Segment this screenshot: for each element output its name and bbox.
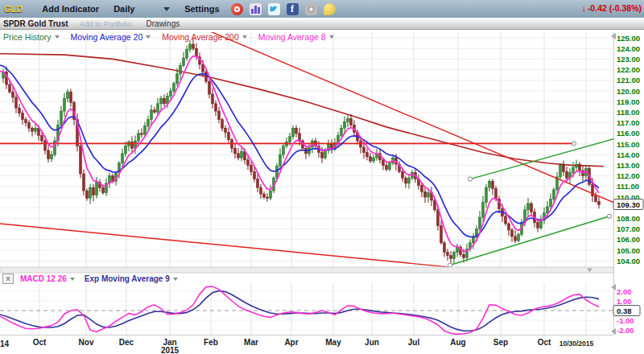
bar-chart-icon[interactable] <box>250 3 262 15</box>
legend-exp-moving-average-9[interactable]: Exp Moving Average 9 <box>85 274 178 283</box>
svg-text:125.00: 125.00 <box>617 34 640 43</box>
macd-value-badge: 0.38 <box>613 306 640 316</box>
svg-text:119.00: 119.00 <box>617 97 640 106</box>
svg-text:Mar: Mar <box>244 338 258 347</box>
gridlines <box>0 32 613 335</box>
chevron-down-icon <box>55 35 60 39</box>
symbol-subheader: SPDR Gold Trust Add to Portfolio Drawing… <box>0 18 644 30</box>
candlestick-series <box>2 39 601 264</box>
change-value: -0.42 (-0.38%) <box>588 3 642 13</box>
svg-text:-2.00: -2.00 <box>617 326 634 335</box>
svg-text:113.00: 113.00 <box>617 161 640 170</box>
chat-icon[interactable] <box>324 3 336 15</box>
chevron-down-icon <box>163 7 170 11</box>
chevron-down-icon <box>329 35 334 39</box>
svg-text:2.00: 2.00 <box>617 287 632 296</box>
svg-text:112.00: 112.00 <box>617 171 640 180</box>
instrument-title: SPDR Gold Trust <box>3 19 68 28</box>
interval-dropdown[interactable]: Daily <box>114 4 170 14</box>
chart-scrollbar[interactable] <box>0 267 613 273</box>
svg-text:120.00: 120.00 <box>617 87 640 96</box>
svg-text:104.00: 104.00 <box>617 257 640 266</box>
svg-text:14: 14 <box>0 340 10 348</box>
legend-macd[interactable]: MACD 12 26 <box>20 274 75 283</box>
svg-text:Nov: Nov <box>79 338 94 347</box>
drawings-tab[interactable]: Drawings <box>147 19 180 28</box>
price-change: ↓-0.42 (-0.38%) <box>581 3 642 13</box>
svg-text:121.00: 121.00 <box>617 76 640 84</box>
svg-text:105.00: 105.00 <box>617 246 640 255</box>
svg-text:Oct: Oct <box>33 338 47 347</box>
legend-moving-average-8[interactable]: Moving Average 8 <box>258 32 334 42</box>
svg-text:111.00: 111.00 <box>617 182 639 191</box>
macd-series <box>0 286 613 334</box>
svg-text:Feb: Feb <box>204 338 218 347</box>
svg-text:Aug: Aug <box>450 338 465 347</box>
svg-text:Oct: Oct <box>538 338 551 347</box>
legend-moving-average-200[interactable]: Moving Average 200 <box>162 32 247 42</box>
alert-icon[interactable] <box>231 3 243 15</box>
charting-application: 104.00105.00106.00107.00108.00110.00111.… <box>0 0 644 354</box>
chevron-down-icon <box>242 35 247 39</box>
symbol-label: GLD <box>4 4 23 14</box>
svg-text:10/30/2015: 10/30/2015 <box>559 340 594 348</box>
svg-text:Jul: Jul <box>408 338 420 347</box>
svg-text:117.00: 117.00 <box>617 118 640 127</box>
chevron-down-icon <box>173 278 178 281</box>
down-arrow-icon: ↓ <box>581 3 586 13</box>
svg-text:124.00: 124.00 <box>617 44 640 53</box>
add-to-portfolio-button[interactable]: Add to Portfolio <box>80 19 132 28</box>
svg-text:108.00: 108.00 <box>617 214 640 223</box>
svg-text:114.00: 114.00 <box>617 150 640 159</box>
svg-text:115.00: 115.00 <box>617 140 640 149</box>
settings-button[interactable]: Settings <box>184 4 219 14</box>
add-indicator-button[interactable]: Add Indicator <box>42 4 99 14</box>
toolbar: GLD Add Indicator Daily Settings f ↓-0.4… <box>0 0 644 19</box>
svg-text:Apr: Apr <box>284 338 298 347</box>
svg-text:107.00: 107.00 <box>617 224 640 233</box>
svg-text:116.00: 116.00 <box>617 129 640 138</box>
indicator-legend: Price History Moving Average 20 Moving A… <box>3 32 345 42</box>
twitter-icon[interactable] <box>268 3 280 15</box>
svg-text:Jun: Jun <box>365 338 379 347</box>
chevron-down-icon <box>146 35 151 39</box>
svg-text:Sep: Sep <box>493 338 508 347</box>
svg-text:109.30: 109.30 <box>617 200 640 209</box>
svg-text:118.00: 118.00 <box>617 108 640 117</box>
svg-text:May: May <box>325 338 341 347</box>
svg-text:122.00: 122.00 <box>617 65 640 74</box>
svg-text:-1.00: -1.00 <box>617 316 634 325</box>
price-and-macd-chart[interactable]: 104.00105.00106.00107.00108.00110.00111.… <box>0 0 644 354</box>
macd-panel-header: X MACD 12 26 Exp Moving Average 9 <box>2 274 180 284</box>
last-price-badge: 109.30 <box>613 200 643 210</box>
legend-moving-average-20[interactable]: Moving Average 20 <box>71 32 151 42</box>
facebook-icon[interactable]: f <box>287 3 299 15</box>
legend-price-history[interactable]: Price History <box>3 32 60 42</box>
svg-text:106.00: 106.00 <box>617 235 640 244</box>
camera-icon[interactable] <box>305 3 317 15</box>
svg-text:Dec: Dec <box>119 338 134 347</box>
svg-text:2015: 2015 <box>161 346 180 354</box>
chevron-down-icon <box>70 278 75 281</box>
time-axis: OctNovDecJanFebMarAprMayJunJulAugSepOct2… <box>0 338 594 354</box>
interval-value: Daily <box>114 4 134 14</box>
svg-text:0.38: 0.38 <box>617 307 632 315</box>
svg-text:1.00: 1.00 <box>617 297 632 306</box>
close-icon[interactable]: X <box>2 274 14 284</box>
svg-text:123.00: 123.00 <box>617 55 640 64</box>
